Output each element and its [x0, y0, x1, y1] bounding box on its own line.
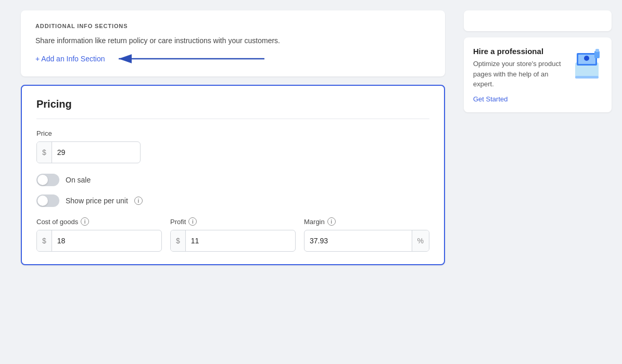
margin-input[interactable] [304, 230, 412, 251]
pricing-card: Pricing Price $ On sale Show price [21, 85, 445, 265]
show-price-info-icon[interactable]: i [134, 197, 143, 205]
svg-rect-7 [594, 51, 600, 58]
additional-info-desc: Share information like return policy or … [35, 35, 430, 46]
price-input[interactable] [52, 142, 140, 163]
hire-desc: Optimize your store's product pages with… [473, 59, 565, 89]
profit-info-icon[interactable]: i [188, 217, 197, 226]
sidebar-top-bar [464, 10, 612, 31]
hire-illustration-svg [573, 47, 601, 81]
cost-input[interactable] [52, 230, 161, 251]
svg-point-5 [584, 56, 589, 61]
on-sale-row: On sale [36, 174, 429, 186]
add-info-link[interactable]: + Add an Info Section [35, 55, 105, 63]
cost-of-goods-field: Cost of goods i $ [36, 217, 162, 252]
margin-field: Margin i % [304, 217, 429, 252]
price-field-wrap: $ [36, 141, 141, 163]
add-info-row: + Add an Info Section [35, 54, 430, 64]
profit-input-group: $ [170, 230, 296, 252]
price-input-group: $ [36, 141, 141, 163]
pricing-title: Pricing [36, 98, 429, 119]
show-price-toggle-thumb [37, 196, 48, 206]
additional-info-title: ADDITIONAL INFO SECTIONS [35, 23, 430, 29]
hire-card: Hire a professional Optimize your store'… [464, 37, 612, 112]
price-label: Price [36, 129, 429, 137]
hire-title: Hire a professional [473, 47, 565, 56]
show-price-label: Show price per unit [66, 197, 128, 205]
svg-rect-8 [595, 49, 599, 52]
profit-input[interactable] [186, 230, 295, 251]
show-price-toggle[interactable] [36, 194, 59, 207]
sidebar: Hire a professional Optimize your store'… [455, 0, 622, 364]
arrow-icon [113, 54, 270, 64]
cost-info-icon[interactable]: i [81, 217, 89, 226]
profit-prefix: $ [171, 230, 186, 251]
cost-input-group: $ [36, 230, 162, 252]
margin-label: Margin i [304, 217, 429, 226]
profit-label: Profit i [170, 217, 296, 226]
profit-field: Profit i $ [170, 217, 296, 252]
on-sale-toggle[interactable] [36, 174, 59, 186]
margin-input-group: % [304, 230, 429, 252]
margin-info-icon[interactable]: i [327, 217, 336, 226]
hire-illustration [571, 47, 602, 103]
svg-rect-6 [575, 76, 599, 79]
additional-info-card: ADDITIONAL INFO SECTIONS Share informati… [21, 10, 445, 76]
cost-label: Cost of goods i [36, 217, 162, 226]
on-sale-toggle-thumb [37, 175, 48, 185]
margin-suffix: % [412, 230, 429, 251]
show-price-per-unit-row: Show price per unit i [36, 194, 429, 207]
price-prefix: $ [37, 142, 52, 163]
cost-profit-margin-row: Cost of goods i $ Profit i $ [36, 217, 429, 252]
hire-content: Hire a professional Optimize your store'… [473, 47, 565, 103]
hire-link[interactable]: Get Started [473, 95, 507, 103]
cost-prefix: $ [37, 230, 52, 251]
on-sale-label: On sale [66, 176, 91, 184]
